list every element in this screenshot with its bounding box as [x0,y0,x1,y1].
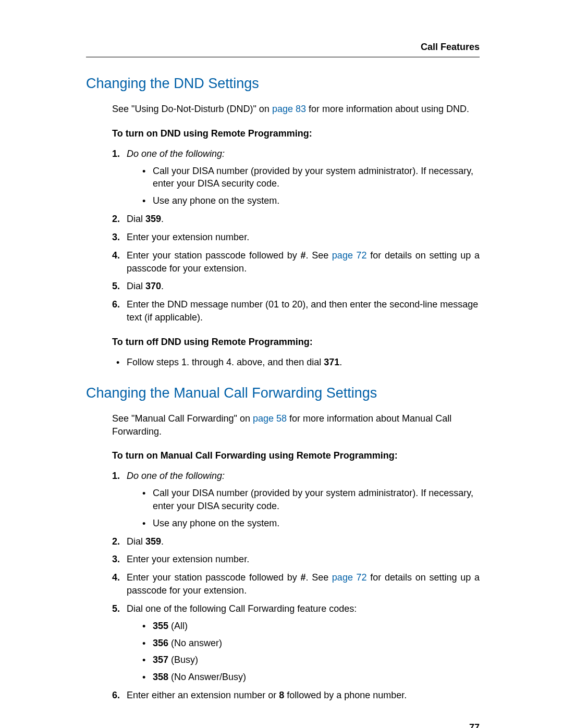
text: (No answer) [168,638,222,648]
text: . [339,357,342,367]
code-noans: 356 (No answer) [127,637,480,650]
code-356: 356 [153,638,168,648]
cf-intro: See "Manual Call Forwarding" on page 58 … [112,412,480,438]
code-358: 358 [153,672,168,682]
code-all: 355 (All) [127,620,480,633]
step-1: Do one of the following: Call your DISA … [112,147,480,207]
dnd-off-step: Follow steps 1. through 4. above, and th… [112,356,480,369]
dnd-turn-on-heading: To turn on DND using Remote Programming: [112,127,480,140]
section-dnd-body: See "Using Do-Not-Disturb (DND)" on page… [112,103,480,368]
manual-page: Call Features Changing the DND Settings … [0,0,563,728]
text: (No Answer/Busy) [168,672,246,682]
text: See "Manual Call Forwarding" on [112,413,253,424]
heading-dnd-settings: Changing the DND Settings [86,74,480,93]
code-370: 370 [145,281,161,291]
step-3: Enter your extension number. [112,231,480,244]
hash-key: # [300,572,305,583]
link-page-72[interactable]: page 72 [332,250,367,261]
text: Dial [127,281,145,291]
text: . [161,214,164,224]
text: Dial one of the following Call Forwardin… [127,603,357,614]
option-any-phone: Use any phone on the system. [127,517,480,530]
cf-turn-on-heading: To turn on Manual Call Forwarding using … [112,449,480,462]
code-355: 355 [153,621,168,631]
code-noans-busy: 358 (No Answer/Busy) [127,671,480,684]
hash-key: # [300,250,305,261]
step-2: Dial 359. [112,213,480,226]
heading-manual-call-forwarding: Changing the Manual Call Forwarding Sett… [86,384,480,403]
step-2: Dial 359. [112,535,480,548]
text: followed by a phone number. [284,690,407,700]
step-4: Enter your station passcode followed by … [112,571,480,597]
text: Dial [127,214,145,224]
cf-codes: 355 (All) 356 (No answer) 357 (Busy) 358… [127,620,480,684]
option-any-phone: Use any phone on the system. [127,194,480,207]
text: . See [305,572,332,583]
option-disa: Call your DISA number (provided by your … [127,487,480,513]
header-rule [86,57,480,57]
text: . See [305,250,332,261]
dnd-turn-off-heading: To turn off DND using Remote Programming… [112,336,480,349]
code-357: 357 [153,655,168,665]
step-1-options: Call your DISA number (provided by your … [127,487,480,529]
text: Enter your station passcode followed by [127,250,300,261]
step-5: Dial 370. [112,280,480,293]
section-cf-body: See "Manual Call Forwarding" on page 58 … [112,412,480,702]
dnd-intro: See "Using Do-Not-Disturb (DND)" on page… [112,103,480,116]
page-number: 77 [469,721,480,728]
code-359: 359 [145,536,161,547]
text: (All) [168,621,188,631]
text: . [161,281,164,291]
text: Do one of the following: [127,149,225,159]
text: for more information about using DND. [306,104,469,114]
text: . [161,536,164,547]
step-1: Do one of the following: Call your DISA … [112,470,480,529]
link-page-58[interactable]: page 58 [253,413,287,424]
text: Enter your station passcode followed by [127,572,300,583]
text: Do one of the following: [127,471,225,481]
text: (Busy) [168,655,198,665]
digit-8: 8 [279,690,284,700]
code-371: 371 [324,357,339,367]
text: Enter either an extension number or [127,690,279,700]
step-6: Enter either an extension number or 8 fo… [112,689,480,702]
text: Follow steps 1. through 4. above, and th… [127,357,324,367]
code-359: 359 [145,214,161,224]
step-5: Dial one of the following Call Forwardin… [112,602,480,684]
step-6: Enter the DND message number (01 to 20),… [112,298,480,324]
step-4: Enter your station passcode followed by … [112,249,480,275]
link-page-72[interactable]: page 72 [332,572,367,583]
step-1-options: Call your DISA number (provided by your … [127,165,480,207]
step-3: Enter your extension number. [112,553,480,566]
option-disa: Call your DISA number (provided by your … [127,165,480,191]
code-busy: 357 (Busy) [127,653,480,667]
dnd-off-steps: Follow steps 1. through 4. above, and th… [112,356,480,369]
text: See "Using Do-Not-Disturb (DND)" on [112,104,272,114]
link-page-83[interactable]: page 83 [272,104,306,114]
cf-on-steps: Do one of the following: Call your DISA … [112,470,480,702]
text: Dial [127,536,145,547]
header-section-title: Call Features [86,41,480,54]
dnd-on-steps: Do one of the following: Call your DISA … [112,147,480,324]
